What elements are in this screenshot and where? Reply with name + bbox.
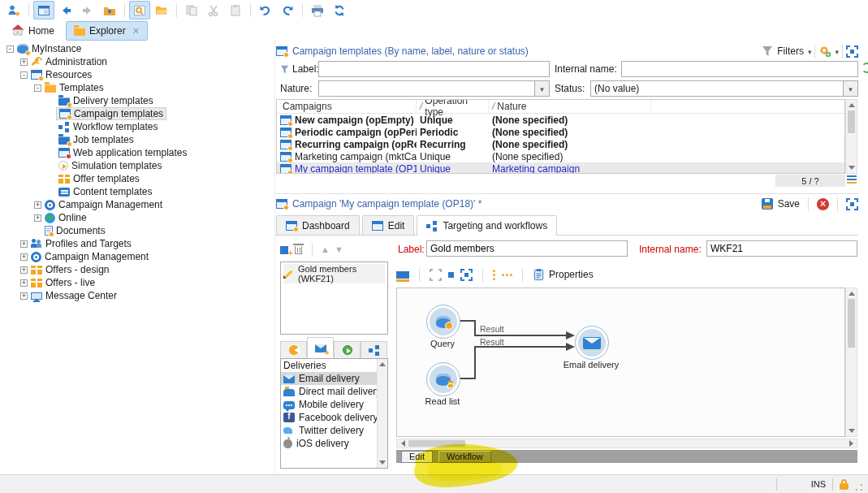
zoom-selection-icon[interactable]	[460, 269, 473, 281]
table-row[interactable]: Recurring campaign (opRecurrent) Recurri…	[277, 138, 844, 150]
expander-icon[interactable]	[34, 214, 41, 222]
horizontal-align-icon[interactable]	[502, 274, 504, 276]
scroll-left-icon[interactable]	[397, 439, 408, 448]
undo-icon[interactable]	[255, 1, 276, 19]
zoom-100-icon[interactable]	[448, 272, 454, 278]
expander-icon[interactable]	[20, 279, 28, 287]
table-row-selected[interactable]: My campaign template (OP18) Unique Marke…	[277, 162, 844, 174]
tab-targeting-and-workflows[interactable]: Targeting and workflows	[417, 215, 557, 236]
table-vertical-scrollbar[interactable]	[845, 99, 857, 174]
label-filter-input[interactable]	[318, 61, 550, 77]
add-workflow-icon[interactable]	[280, 246, 288, 254]
copy-icon[interactable]	[181, 1, 202, 19]
tree-item-simulation-templates[interactable]: Simulation templates	[0, 159, 162, 172]
vertical-align-icon[interactable]	[493, 270, 495, 272]
tree-item-myinstance[interactable]: MyInstance	[0, 42, 81, 55]
scroll-up-icon[interactable]	[378, 359, 387, 370]
palette-tab-deliveries[interactable]	[307, 337, 334, 357]
move-down-icon[interactable]: ▼	[335, 245, 343, 254]
chevron-down-icon[interactable]	[534, 81, 549, 96]
resize-grip[interactable]	[855, 483, 863, 491]
scrollbar-thumb[interactable]	[408, 440, 465, 447]
expander-icon[interactable]	[20, 240, 28, 248]
canvas-horizontal-scrollbar[interactable]	[396, 439, 857, 448]
scroll-down-icon[interactable]	[846, 426, 857, 436]
tab-dashboard[interactable]: Dashboard	[276, 215, 360, 236]
expander-icon[interactable]	[34, 201, 41, 209]
palette-tab-actions[interactable]	[334, 341, 361, 358]
configure-list-button[interactable]	[818, 45, 839, 58]
forward-icon[interactable]	[77, 1, 98, 19]
workflow-node-query[interactable]	[426, 305, 460, 339]
tree-item-offers-live[interactable]: Offers - live	[0, 276, 95, 289]
chevron-down-icon[interactable]	[843, 81, 857, 96]
internal-name-filter-input[interactable]	[621, 61, 858, 77]
palette-item-facebook-delivery[interactable]: Facebook delivery	[281, 411, 377, 424]
close-icon[interactable]: ✕	[132, 26, 140, 37]
table-row[interactable]: Periodic campaign (opPeriodic) Periodic …	[277, 126, 844, 138]
search-window-icon[interactable]	[129, 1, 150, 19]
tree-item-administration[interactable]: Administration	[0, 55, 107, 68]
scrollbar-thumb[interactable]	[848, 110, 855, 133]
expander-icon[interactable]	[6, 45, 14, 53]
tab-explorer[interactable]: Explorer ✕	[66, 21, 148, 41]
tree-item-resources[interactable]: Resources	[0, 68, 92, 81]
workflow-list-item[interactable]: Gold members (WKF21)	[283, 264, 385, 283]
tree-item-content-templates[interactable]: Content templates	[0, 185, 152, 198]
redo-icon[interactable]	[277, 1, 298, 19]
tree-item-profiles-and-targets[interactable]: Profiles and Targets	[0, 237, 132, 250]
expander-icon[interactable]	[20, 253, 28, 261]
back-icon[interactable]	[55, 1, 76, 19]
save-to-folder-icon[interactable]	[99, 1, 120, 19]
workflow-node-read-list[interactable]	[426, 362, 460, 396]
expander-icon[interactable]	[20, 58, 28, 66]
list-config-icon[interactable]	[847, 175, 857, 184]
add-user-icon[interactable]	[3, 1, 24, 19]
tree-item-online[interactable]: Online	[0, 211, 87, 224]
cut-icon[interactable]	[203, 1, 224, 19]
delete-workflow-icon[interactable]	[295, 246, 302, 254]
column-header-nature[interactable]: /Nature	[489, 100, 651, 113]
tree-item-campaign-management[interactable]: Campaign Management	[0, 198, 162, 211]
bottom-tab-workflow[interactable]: Workflow	[438, 451, 491, 463]
cancel-icon[interactable]	[817, 198, 829, 210]
palette-tab-flow-control[interactable]	[361, 341, 387, 358]
expand-panel-icon[interactable]	[846, 198, 858, 210]
window-preview-icon[interactable]	[33, 1, 54, 19]
tree-item-message-center[interactable]: Message Center	[0, 289, 117, 302]
canvas-vertical-scrollbar[interactable]	[845, 288, 857, 437]
tree-item-workflow-templates[interactable]: Workflow templates	[0, 120, 158, 133]
palette-item-email-delivery[interactable]: Email delivery	[281, 372, 377, 385]
tree-item-campaign-management-2[interactable]: Campaign Management	[0, 250, 149, 263]
status-combo[interactable]: (No value)	[590, 80, 858, 97]
scroll-right-icon[interactable]	[845, 439, 857, 448]
palette-item-ios-delivery[interactable]: iOS delivery	[281, 437, 377, 450]
tab-edit[interactable]: Edit	[362, 215, 415, 236]
paste-icon[interactable]	[225, 1, 246, 19]
refresh-icon[interactable]	[329, 1, 350, 19]
palette-tab-targeting[interactable]	[280, 341, 307, 358]
scrollbar-thumb[interactable]	[848, 299, 855, 348]
column-header-operation-type[interactable]: /Operation type	[417, 100, 489, 113]
tree-item-web-application-templates[interactable]: Web application templates	[0, 146, 188, 159]
tree-item-documents[interactable]: Documents	[0, 224, 106, 237]
expander-icon[interactable]	[34, 84, 41, 92]
scroll-up-icon[interactable]	[846, 288, 857, 299]
open-folder-icon[interactable]	[151, 1, 172, 19]
move-up-icon[interactable]: ▲	[321, 245, 330, 254]
tree-item-delivery-templates[interactable]: Delivery templates	[0, 94, 153, 107]
display-mode-icon[interactable]	[396, 271, 409, 279]
properties-button[interactable]: Properties	[533, 268, 594, 281]
filters-button[interactable]: Filters	[762, 45, 811, 57]
save-button[interactable]: Save	[762, 198, 800, 210]
tree-item-templates[interactable]: Templates	[0, 81, 104, 94]
workflow-node-email-delivery[interactable]	[575, 326, 609, 360]
expand-panel-icon[interactable]	[846, 45, 858, 58]
tree-item-job-templates[interactable]: Job templates	[0, 133, 134, 146]
workflow-internal-name-input[interactable]	[706, 240, 857, 257]
refresh-field-icon[interactable]	[862, 63, 868, 73]
print-icon[interactable]	[307, 1, 328, 19]
scroll-top-icon[interactable]	[846, 100, 857, 110]
scroll-down-icon[interactable]	[378, 457, 387, 468]
workflow-canvas[interactable]: Result Result Query Read list Email deli…	[396, 288, 845, 437]
